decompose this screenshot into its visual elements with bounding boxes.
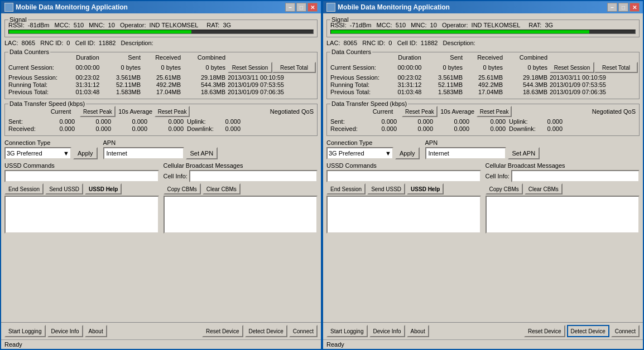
window-2: Mobile Data Monitoring Application – □ ✕… xyxy=(322,0,644,350)
dc-duration-current: 00:00:00 xyxy=(69,64,107,71)
dc-label-current: Current Session: xyxy=(8,64,69,71)
cbm-output[interactable] xyxy=(486,196,640,234)
detect-device-button[interactable]: Detect Device xyxy=(567,325,609,337)
cbm-output[interactable] xyxy=(164,196,318,234)
dropdown-arrow-icon: ▼ xyxy=(63,150,69,157)
send-ussd-button[interactable]: Send USSD xyxy=(367,183,405,195)
reset-peak-button-1[interactable]: Reset Peak xyxy=(402,106,438,117)
set-apn-button[interactable]: Set APN xyxy=(186,147,218,159)
cell-info-input[interactable] xyxy=(511,170,640,182)
lac-label: LAC: xyxy=(4,40,18,46)
ussd-help-button[interactable]: USSD Help xyxy=(407,183,444,195)
bottom-bar: Start Logging Device Info About Reset De… xyxy=(1,322,321,339)
connection-type-select[interactable]: 3G Preferred ▼ xyxy=(4,147,71,159)
speed-label: Data Transfer Speed (kbps) xyxy=(330,100,408,107)
ussd-help-button[interactable]: USSD Help xyxy=(85,183,122,195)
clear-cbms-button[interactable]: Clear CBMs xyxy=(525,183,563,195)
dc-header-row: Duration Sent Received Combined xyxy=(330,54,636,61)
clear-cbms-button[interactable]: Clear CBMs xyxy=(203,183,241,195)
end-session-button[interactable]: End Session xyxy=(4,183,44,195)
sent-peak: 0.000 xyxy=(78,118,114,125)
reset-peak-button-2[interactable]: Reset Peak xyxy=(155,106,190,117)
ussd-output[interactable] xyxy=(326,196,481,234)
about-button[interactable]: About xyxy=(85,325,107,337)
end-session-button[interactable]: End Session xyxy=(326,183,366,195)
ussd-label: USSD Commands xyxy=(326,162,481,169)
description-label: Description: xyxy=(443,40,475,46)
reset-total-button[interactable]: Reset Total xyxy=(272,62,316,73)
cell-info-label: Cell Info: xyxy=(486,173,510,179)
close-button[interactable]: ✕ xyxy=(307,3,318,12)
ussd-section: USSD Commands End Session Send USSD USSD… xyxy=(4,162,159,234)
reset-session-button[interactable]: Reset Session xyxy=(550,62,594,73)
dc-label-2: Running Total: xyxy=(8,81,69,88)
ussd-label: USSD Commands xyxy=(4,162,159,169)
ussd-output[interactable] xyxy=(4,196,159,234)
rssi-value: -81dBm xyxy=(28,22,50,28)
apply-button[interactable]: Apply xyxy=(73,147,98,159)
header-duration: Duration xyxy=(391,54,429,61)
copy-cbms-button[interactable]: Copy CBMs xyxy=(164,183,201,195)
maximize-button[interactable]: □ xyxy=(618,3,628,12)
close-button[interactable]: ✕ xyxy=(629,3,640,12)
reset-peak-button-1[interactable]: Reset Peak xyxy=(80,106,116,117)
send-ussd-button[interactable]: Send USSD xyxy=(45,183,83,195)
mcc-label: MCC: xyxy=(377,22,392,28)
set-apn-button[interactable]: Set APN xyxy=(508,147,540,159)
reset-peak-button-2[interactable]: Reset Peak xyxy=(477,106,512,117)
dc-row-2: Running Total: 31:31:12 52.11MB 492.2MB … xyxy=(330,81,636,88)
speed-header-row: Current Reset Peak 10s Average Reset Pea… xyxy=(330,106,636,117)
sent-label: Sent: xyxy=(330,118,364,125)
cell-info-input[interactable] xyxy=(189,170,318,182)
minimize-button[interactable]: – xyxy=(607,3,617,12)
sent-10s: 0.000 xyxy=(114,118,151,125)
apply-button[interactable]: Apply xyxy=(395,147,420,159)
rat-value: 3G xyxy=(223,22,231,28)
maximize-button[interactable]: □ xyxy=(296,3,306,12)
header-received: Received xyxy=(465,54,505,61)
data-counters-label: Data Counters xyxy=(330,48,372,55)
copy-cbms-button[interactable]: Copy CBMs xyxy=(486,183,523,195)
reset-device-button[interactable]: Reset Device xyxy=(202,325,243,337)
ussd-cbm-row: USSD Commands End Session Send USSD USSD… xyxy=(4,162,318,234)
ussd-input[interactable] xyxy=(4,170,159,182)
dc-combined-1: 29.18MB xyxy=(183,74,228,81)
reset-session-button[interactable]: Reset Session xyxy=(228,62,272,73)
connection-type-select[interactable]: 3G Preferred ▼ xyxy=(326,147,393,159)
dc-received-3: 17.04MB xyxy=(143,89,183,95)
dc-sent-3: 1.583MB xyxy=(107,89,143,95)
about-button[interactable]: About xyxy=(407,325,429,337)
connection-type-value: 3G Preferred xyxy=(329,150,364,157)
detect-device-button[interactable]: Detect Device xyxy=(245,325,287,337)
minimize-button[interactable]: – xyxy=(285,3,295,12)
device-info-button[interactable]: Device Info xyxy=(47,325,83,337)
speed-header-row: Current Reset Peak 10s Average Reset Pea… xyxy=(8,106,314,117)
apn-input[interactable] xyxy=(103,147,184,159)
received-current: 0.000 xyxy=(364,125,400,132)
dc-sent-1: 3.561MB xyxy=(429,74,465,81)
rssi-value: -71dBm xyxy=(350,22,372,28)
apn-input[interactable] xyxy=(425,147,506,159)
operator-label: Operator: xyxy=(120,22,146,28)
device-info-button[interactable]: Device Info xyxy=(369,325,405,337)
connect-button[interactable]: Connect xyxy=(289,325,318,337)
received-label: Received: xyxy=(8,125,42,132)
reset-device-button[interactable]: Reset Device xyxy=(524,325,565,337)
cell-info-row: Cell Info: xyxy=(486,170,640,182)
start-logging-button[interactable]: Start Logging xyxy=(326,325,368,337)
uplink-label: Uplink: xyxy=(509,118,531,125)
dc-received-2: 492.2MB xyxy=(143,81,183,88)
received-10s-peak: 0.000 xyxy=(151,125,187,132)
mnc-value: 10 xyxy=(430,22,437,28)
start-logging-button[interactable]: Start Logging xyxy=(4,325,46,337)
speed-received-row: Received: 0.000 0.000 0.000 0.000 Downli… xyxy=(330,125,636,132)
ussd-input[interactable] xyxy=(326,170,481,182)
apn-label: APN xyxy=(103,139,218,146)
mcc-value: 510 xyxy=(396,22,406,28)
connect-button[interactable]: Connect xyxy=(611,325,640,337)
reset-total-button[interactable]: Reset Total xyxy=(594,62,638,73)
rnc-label: RNC ID: xyxy=(40,40,63,46)
dc-sent-current: 0 bytes xyxy=(107,64,143,71)
cell-id-label: Cell ID: xyxy=(397,40,417,46)
dc-row-1: Previous Session: 00:23:02 3.561MB 25.61… xyxy=(8,74,314,81)
